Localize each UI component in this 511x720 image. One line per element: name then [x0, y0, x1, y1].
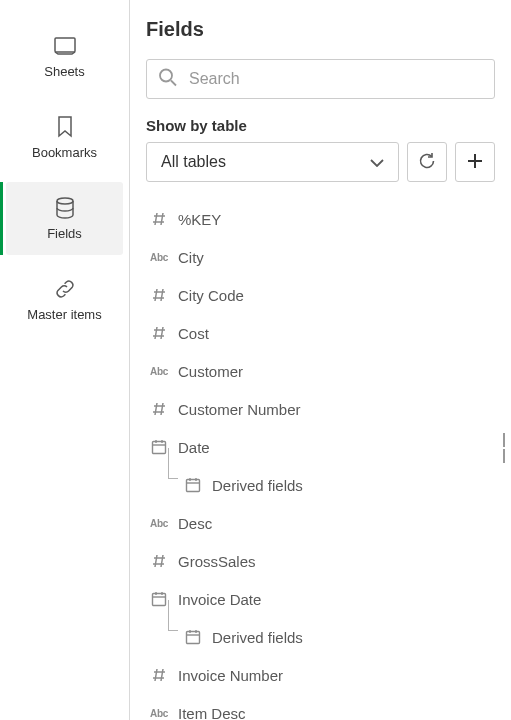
field-row[interactable]: AbcDesc [146, 504, 495, 542]
tree-branch [162, 466, 178, 504]
field-row[interactable]: Customer Number [146, 390, 495, 428]
field-row-derived[interactable]: Derived fields [146, 466, 495, 504]
sidebar-item-fields[interactable]: Fields [6, 182, 123, 255]
svg-line-3 [171, 81, 176, 86]
field-type-num-icon [148, 208, 170, 230]
field-type-abc-icon: Abc [148, 512, 170, 534]
field-type-abc-icon: Abc [148, 360, 170, 382]
svg-rect-26 [187, 480, 200, 492]
sidebar-item-bookmarks[interactable]: Bookmarks [6, 101, 123, 174]
field-row[interactable]: AbcItem Desc [146, 694, 495, 720]
field-name: City Code [178, 287, 244, 304]
field-row[interactable]: AbcCity [146, 238, 495, 276]
sidebar-item-label: Fields [47, 226, 82, 241]
field-name: Item Desc [178, 705, 246, 721]
panel-title: Fields [146, 18, 495, 41]
field-name: Invoice Number [178, 667, 283, 684]
show-by-table-label: Show by table [146, 117, 495, 134]
field-name: City [178, 249, 204, 266]
svg-line-9 [161, 213, 163, 225]
svg-line-33 [161, 555, 163, 567]
svg-line-13 [161, 289, 163, 301]
svg-line-16 [155, 327, 157, 339]
field-name: %KEY [178, 211, 221, 228]
field-type-num-icon [148, 664, 170, 686]
field-type-num-icon [148, 398, 170, 420]
sidebar-item-label: Master items [27, 307, 101, 322]
field-name: Customer [178, 363, 243, 380]
field-row[interactable]: Cost [146, 314, 495, 352]
field-type-abc-icon: Abc [148, 702, 170, 720]
svg-line-8 [155, 213, 157, 225]
search-icon [158, 68, 178, 91]
svg-line-21 [161, 403, 163, 415]
svg-line-17 [161, 327, 163, 339]
field-name: GrossSales [178, 553, 256, 570]
table-select-value: All tables [161, 153, 226, 171]
fields-list[interactable]: %KEYAbcCityCity CodeCostAbcCustomerCusto… [146, 200, 495, 720]
field-type-num-icon [148, 322, 170, 344]
field-name: Derived fields [212, 629, 303, 646]
svg-line-12 [155, 289, 157, 301]
field-type-abc-icon: Abc [148, 246, 170, 268]
search-input[interactable] [146, 59, 495, 99]
svg-line-32 [155, 555, 157, 567]
field-name: Cost [178, 325, 209, 342]
field-row[interactable]: Invoice Number [146, 656, 495, 694]
field-name: Customer Number [178, 401, 301, 418]
svg-rect-22 [153, 442, 166, 454]
plus-icon [467, 153, 483, 172]
field-row[interactable]: GrossSales [146, 542, 495, 580]
field-name: Date [178, 439, 210, 456]
svg-line-44 [155, 669, 157, 681]
main-panel: Fields Show by table All tables [130, 0, 511, 720]
link-icon [53, 277, 77, 301]
svg-line-20 [155, 403, 157, 415]
controls-row: All tables [146, 142, 495, 182]
field-type-num-icon [148, 284, 170, 306]
bookmark-icon [53, 115, 77, 139]
svg-rect-34 [153, 594, 166, 606]
field-type-date-icon [148, 436, 170, 458]
table-select[interactable]: All tables [146, 142, 399, 182]
expand-handle[interactable] [503, 430, 509, 466]
sidebar: Sheets Bookmarks Fields Master items [0, 0, 130, 720]
field-type-derived-icon [182, 474, 204, 496]
field-row-derived[interactable]: Derived fields [146, 618, 495, 656]
field-row[interactable]: %KEY [146, 200, 495, 238]
sheets-icon [53, 34, 77, 58]
sidebar-item-master-items[interactable]: Master items [6, 263, 123, 336]
sidebar-item-sheets[interactable]: Sheets [6, 20, 123, 93]
field-row[interactable]: City Code [146, 276, 495, 314]
svg-line-45 [161, 669, 163, 681]
svg-rect-0 [55, 38, 75, 52]
field-name: Invoice Date [178, 591, 261, 608]
field-type-num-icon [148, 550, 170, 572]
field-name: Desc [178, 515, 212, 532]
field-name: Derived fields [212, 477, 303, 494]
svg-point-2 [160, 70, 172, 82]
refresh-button[interactable] [407, 142, 447, 182]
field-row[interactable]: AbcCustomer [146, 352, 495, 390]
refresh-icon [417, 151, 437, 174]
database-icon [53, 196, 77, 220]
svg-point-1 [57, 198, 73, 204]
field-type-date-icon [148, 588, 170, 610]
field-type-derived-icon [182, 626, 204, 648]
search-wrap [146, 59, 495, 99]
add-button[interactable] [455, 142, 495, 182]
tree-branch [162, 618, 178, 656]
sidebar-item-label: Bookmarks [32, 145, 97, 160]
field-row[interactable]: Date [146, 428, 495, 466]
svg-rect-38 [187, 632, 200, 644]
field-row[interactable]: Invoice Date [146, 580, 495, 618]
sidebar-item-label: Sheets [44, 64, 84, 79]
chevron-down-icon [370, 153, 384, 171]
